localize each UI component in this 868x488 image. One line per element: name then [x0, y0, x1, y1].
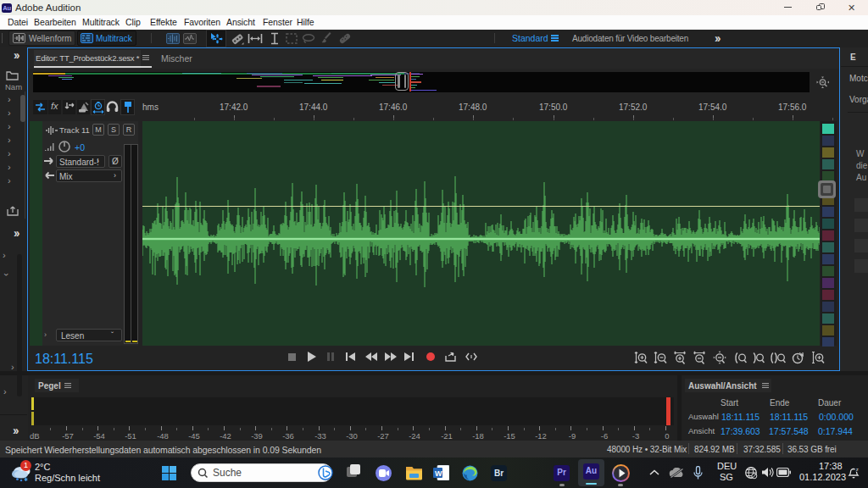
- svg-text:W: W: [435, 469, 442, 478]
- svg-text:z: z: [856, 467, 859, 472]
